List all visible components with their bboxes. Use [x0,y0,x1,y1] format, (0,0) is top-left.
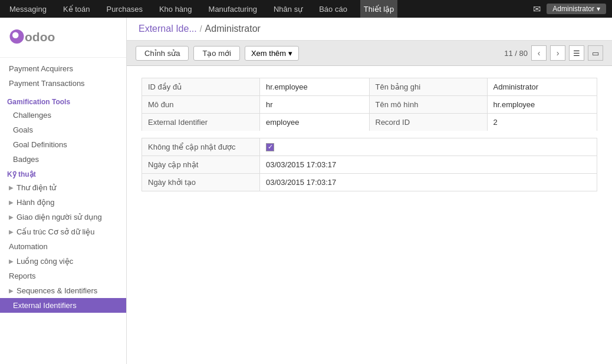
breadcrumb: External Ide... / Administrator [127,18,612,41]
sidebar: odoo Payment Acquirers Payment Transacti… [0,18,127,364]
value-ngay-khoi-tao: 03/03/2015 17:03:17 [260,174,597,191]
message-icon[interactable]: ✉ [533,4,541,15]
label-record-id: Record ID [370,114,488,131]
arrow-icon: ▶ [9,258,14,264]
value-id-day-du: hr.employee [260,78,370,95]
arrow-icon: ▶ [9,184,14,191]
admin-label: Administrator [552,5,594,13]
label-khong-the-cap-nhat: Không thể cập nhật được [142,138,260,155]
arrow-icon: ▶ [9,214,14,220]
sidebar-item-payment-acquirers[interactable]: Payment Acquirers [0,61,126,76]
label-ten-bang-ghi: Tên bảng ghi [370,78,488,95]
form-row-create: Ngày khởi tạo 03/03/2015 17:03:17 [142,173,597,191]
breadcrumb-separator: / [200,24,202,34]
toolbar-right: 11 / 80 ‹ › ☰ ▭ [504,45,603,61]
sidebar-item-goal-definitions[interactable]: Goal Definitions [0,137,126,152]
nav-item-ketoan[interactable]: Kế toán [60,0,94,18]
checkbox-icon[interactable]: ✓ [266,143,274,151]
edit-button[interactable]: Chỉnh sửa [136,46,189,61]
breadcrumb-current: Administrator [205,24,261,34]
view-more-label: Xem thêm [251,49,286,58]
nav-item-messaging[interactable]: Messaging [6,0,50,18]
nav-item-purchases[interactable]: Purchases [103,0,146,18]
value-record-id: 2 [488,114,597,131]
label-external-identifier: External Identifier [142,114,260,131]
nav-item-khohang[interactable]: Kho hàng [156,0,196,18]
value-ten-bang-ghi: Administrator [488,78,597,95]
sidebar-item-badges[interactable]: Badges [0,152,126,167]
value-ngay-cap-nhat: 03/03/2015 17:03:17 [260,156,597,173]
form-view-button[interactable]: ▭ [588,45,603,61]
sidebar-item-thu-dien-tu[interactable]: ▶ Thư điện tử [0,180,126,195]
sidebar-item-reports[interactable]: Reports [0,269,126,283]
label-mo-dun: Mô đun [142,96,260,113]
label-ngay-khoi-tao: Ngày khởi tạo [142,174,260,191]
nav-item-baocao[interactable]: Báo cáo [315,0,351,18]
sidebar-item-automation[interactable]: Automation [0,239,126,254]
svg-text:odoo: odoo [25,30,55,44]
sidebar-item-goals[interactable]: Goals [0,123,126,137]
arrow-icon: ▶ [9,287,14,294]
nav-item-thietlap[interactable]: Thiết lập [360,0,397,18]
admin-menu[interactable]: Administrator ▾ [547,4,606,14]
view-more-arrow-icon: ▾ [288,49,292,58]
admin-arrow-icon: ▾ [597,5,600,13]
sidebar-item-sequences[interactable]: ▶ Sequences & Identifiers [0,283,126,298]
value-checkbox[interactable]: ✓ [260,138,597,155]
form-row-update: Ngày cập nhật 03/03/2015 17:03:17 [142,155,597,173]
nav-right: ✉ Administrator ▾ [533,4,606,15]
next-button[interactable]: › [550,45,565,61]
form-row-1: ID đầy đủ hr.employee Tên bảng ghi Admin… [142,78,597,95]
form-content: ID đầy đủ hr.employee Tên bảng ghi Admin… [127,66,612,364]
sidebar-item-payment-transactions[interactable]: Payment Transactions [0,76,126,91]
value-ten-mo-hinh: hr.employee [488,96,597,113]
main-layout: odoo Payment Acquirers Payment Transacti… [0,18,612,364]
sidebar-item-luong[interactable]: ▶ Luồng công việc [0,254,126,269]
main-content: External Ide... / Administrator Chỉnh sử… [127,18,612,364]
sidebar-item-hanh-dong[interactable]: ▶ Hành động [0,195,126,210]
sidebar-category-kythuat: Kỹ thuật [0,167,126,180]
view-more-button[interactable]: Xem thêm ▾ [245,46,299,61]
sidebar-item-external-identifiers[interactable]: External Identifiers [0,298,126,313]
nav-item-manufacturing[interactable]: Manufacturing [205,0,261,18]
sidebar-item-giao-dien[interactable]: ▶ Giao diện người sử dụng [0,210,126,224]
sidebar-category-gamification: Gamification Tools [0,94,126,108]
label-id-day-du: ID đầy đủ [142,78,260,95]
value-external-identifier: employee [260,114,370,131]
svg-point-1 [12,32,19,39]
arrow-icon: ▶ [9,229,14,235]
new-button[interactable]: Tạo mới [193,46,240,61]
list-view-button[interactable]: ☰ [569,45,584,61]
nav-item-nhansu[interactable]: Nhân sự [270,0,306,18]
odoo-logo-icon: odoo [9,25,62,48]
prev-button[interactable]: ‹ [531,45,547,61]
sidebar-section-payment: Payment Acquirers Payment Transactions [0,58,126,94]
arrow-icon: ▶ [9,199,14,206]
label-ngay-cap-nhat: Ngày cập nhật [142,156,260,173]
pagination-info: 11 / 80 [504,49,528,58]
form-row-3: External Identifier employee Record ID 2 [142,113,597,131]
sidebar-item-challenges[interactable]: Challenges [0,108,126,123]
breadcrumb-link[interactable]: External Ide... [139,24,197,34]
value-mo-dun: hr [260,96,370,113]
sidebar-item-cau-truc[interactable]: ▶ Cấu trúc Cơ sở dữ liệu [0,224,126,239]
top-navigation: Messaging Kế toán Purchases Kho hàng Man… [0,0,612,18]
label-ten-mo-hinh: Tên mô hình [370,96,488,113]
form-row-checkbox: Không thể cập nhật được ✓ [142,138,597,155]
toolbar: Chỉnh sửa Tạo mới Xem thêm ▾ 11 / 80 ‹ ›… [127,41,612,66]
form-row-2: Mô đun hr Tên mô hình hr.employee [142,95,597,113]
logo-container: odoo [0,18,126,58]
